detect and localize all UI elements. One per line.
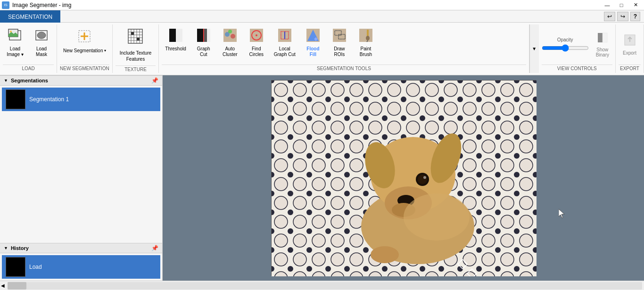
svg-point-44 — [366, 36, 370, 40]
titlebar-controls: — □ ✕ — [601, 0, 642, 10]
new-seg-icon — [76, 28, 93, 47]
find-circles-label: FindCircles — [249, 46, 264, 57]
new-seg-label: New Segmentation ▾ — [63, 48, 106, 53]
group-texture: Include TextureFeatures TEXTURE — [113, 24, 159, 73]
paint-brush-icon — [358, 28, 373, 45]
local-graph-cut-icon — [277, 28, 292, 45]
undo-button[interactable]: ↩ — [604, 12, 615, 21]
load-image-icon — [8, 28, 23, 45]
include-texture-button[interactable]: Include TextureFeatures — [116, 25, 156, 64]
group-new-seg-content: New Segmentation ▾ — [60, 25, 109, 64]
history-body: Load — [0, 253, 162, 281]
hist-label-1: Load — [29, 264, 42, 270]
seg-thumb-1 — [6, 89, 25, 109]
segmentations-header[interactable]: ▼ Segmentations 📌 — [0, 75, 162, 86]
export-icon — [623, 33, 636, 49]
history-section: ▼ History 📌 Load — [0, 243, 162, 281]
load-image-button[interactable]: LoadImage ▾ — [3, 25, 27, 60]
scroll-thumb[interactable] — [8, 282, 26, 290]
load-mask-label: LoadMask — [36, 46, 47, 57]
segmentations-section: ▼ Segmentations 📌 Segmentation 1 — [0, 75, 162, 113]
svg-rect-17 — [131, 32, 134, 35]
redo-button[interactable]: ↪ — [617, 12, 628, 21]
close-button[interactable]: ✕ — [629, 0, 642, 10]
graph-cut-button[interactable]: GraphCut — [191, 25, 216, 60]
group-texture-label: TEXTURE — [116, 65, 156, 73]
svg-rect-8 — [128, 29, 142, 43]
auto-cluster-button[interactable]: AutoCluster — [218, 25, 242, 60]
dog-image-svg — [272, 81, 537, 276]
ribbon-scroll[interactable]: ▼ — [529, 24, 539, 73]
show-binary-icon — [597, 32, 608, 46]
threshold-button[interactable]: Threshold — [162, 25, 189, 54]
group-seg-tools-label: SEGMENTATION TOOLS — [162, 64, 526, 72]
maximize-button[interactable]: □ — [615, 0, 628, 10]
seg-collapse-icon: ▼ — [4, 78, 8, 83]
texture-icon — [127, 28, 144, 48]
svg-rect-42 — [359, 29, 372, 42]
load-image-label: LoadImage ▾ — [7, 46, 24, 57]
svg-point-64 — [418, 175, 427, 184]
group-new-seg: New Segmentation ▾ NEW SEGMENTATION — [57, 24, 113, 73]
export-group-label: EXPORT — [619, 64, 641, 72]
auto-cluster-label: AutoCluster — [223, 46, 238, 57]
find-circles-button[interactable]: FindCircles — [244, 25, 269, 60]
segmentation-item-1[interactable]: Segmentation 1 — [2, 88, 160, 111]
history-item-1[interactable]: Load — [2, 255, 160, 279]
canvas-area[interactable] — [163, 75, 644, 281]
help-button[interactable]: ? — [630, 12, 640, 21]
flood-fill-button[interactable]: FloodFill — [301, 25, 325, 60]
load-mask-button[interactable]: LoadMask — [29, 25, 54, 60]
group-view-controls: Opacity ShowBinary VIEW CONTROLS VIEW CO… — [539, 24, 616, 73]
draw-rois-icon — [332, 28, 347, 45]
svg-point-69 — [404, 193, 470, 241]
local-graph-cut-button[interactable]: LocalGraph Cut — [271, 25, 299, 60]
graph-cut-label: GraphCut — [197, 46, 210, 57]
panel-spacer — [0, 113, 162, 243]
svg-point-32 — [256, 34, 257, 36]
segmentations-title: Segmentations — [11, 78, 48, 83]
new-segmentation-button[interactable]: New Segmentation ▾ — [60, 25, 109, 56]
group-new-seg-label: NEW SEGMENTATION — [60, 64, 109, 72]
bottom-scrollbar[interactable]: ◀ — [0, 281, 644, 290]
titlebar-left: IS Image Segmenter - img — [2, 1, 71, 9]
main-content: ▼ Segmentations 📌 Segmentation 1 ▼ Histo… — [0, 75, 644, 281]
hist-pin-icon[interactable]: 📌 — [151, 245, 158, 251]
seg-pin-icon[interactable]: 📌 — [151, 77, 158, 84]
group-export: Export EXPORT — [616, 24, 644, 73]
history-header[interactable]: ▼ History 📌 — [0, 243, 162, 253]
draw-rois-button[interactable]: DrawROIs — [327, 25, 352, 60]
opacity-slider[interactable] — [542, 44, 589, 52]
titlebar: IS Image Segmenter - img — □ ✕ — [0, 0, 644, 10]
group-load-content: LoadImage ▾ LoadMask — [3, 25, 54, 64]
texture-label: Include TextureFeatures — [120, 50, 152, 62]
svg-rect-47 — [603, 33, 607, 42]
svg-point-28 — [231, 34, 235, 39]
group-seg-tools-content: Threshold GraphCut — [162, 25, 526, 64]
opacity-label: Opacity — [557, 37, 573, 42]
group-view-controls-content: Opacity ShowBinary — [542, 25, 612, 64]
show-binary-button[interactable]: ShowBinary — [593, 30, 612, 60]
minimize-button[interactable]: — — [601, 0, 614, 10]
svg-rect-22 — [197, 29, 204, 42]
graph-cut-icon — [196, 28, 211, 45]
scroll-track[interactable] — [8, 282, 642, 290]
draw-rois-label: DrawROIs — [334, 46, 345, 57]
svg-rect-23 — [204, 29, 207, 42]
svg-rect-21 — [169, 29, 176, 42]
svg-marker-73 — [559, 209, 564, 218]
paint-brush-button[interactable]: PaintBrush — [354, 25, 378, 60]
history-title: History — [11, 245, 29, 251]
threshold-icon — [168, 28, 183, 45]
export-button[interactable]: Export — [619, 31, 640, 58]
window-title: Image Segmenter - img — [12, 2, 71, 8]
scroll-left-button[interactable]: ◀ — [0, 282, 6, 290]
image-display — [271, 80, 536, 276]
tab-segmentation[interactable]: SEGMENTATION — [0, 10, 60, 23]
svg-point-29 — [228, 30, 232, 33]
export-label: Export — [623, 50, 636, 56]
svg-rect-20 — [176, 29, 182, 42]
svg-rect-18 — [137, 38, 140, 40]
segmentations-body: Segmentation 1 — [0, 86, 162, 113]
flood-fill-icon — [305, 28, 321, 45]
